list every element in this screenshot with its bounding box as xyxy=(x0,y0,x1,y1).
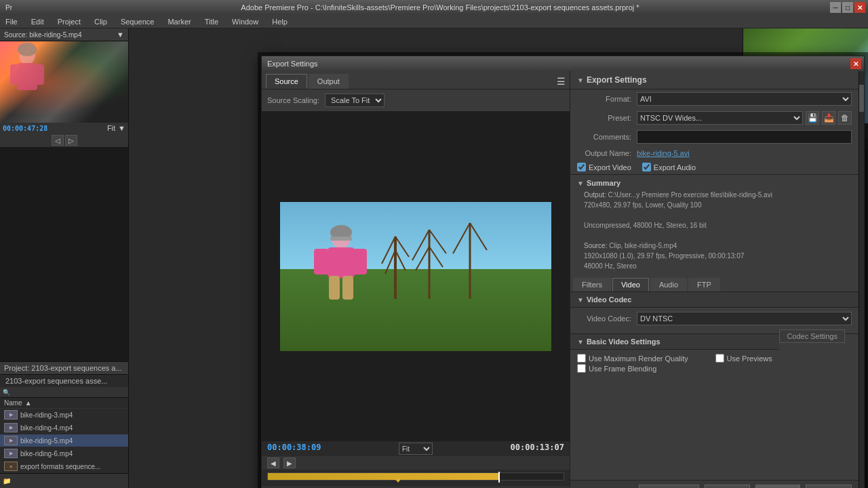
file-name-bike4: bike-riding-4.mp4 xyxy=(20,424,73,432)
modal-close-button[interactable]: ✕ xyxy=(850,58,861,69)
menu-project[interactable]: Project xyxy=(55,18,83,26)
menu-window[interactable]: Window xyxy=(229,18,261,26)
comments-input[interactable] xyxy=(637,130,852,144)
tab-source-label: Source xyxy=(275,77,298,85)
save-preset-button[interactable]: 💾 xyxy=(806,111,819,125)
frame-blend-checkbox[interactable] xyxy=(577,364,586,373)
menu-title[interactable]: Title xyxy=(202,18,221,26)
codec-settings-button[interactable]: Codec Settings xyxy=(779,329,845,343)
queue-button[interactable]: Queue xyxy=(705,485,750,488)
new-bin-icon: 📁 xyxy=(3,477,11,485)
source-scaling-select[interactable]: Scale To Fit xyxy=(325,94,384,107)
codec-row: Video Codec: DV NTSC xyxy=(570,308,859,329)
tab-filters-label: Filters xyxy=(582,281,602,289)
source-video-person xyxy=(7,41,61,123)
svg-rect-20 xyxy=(314,249,329,274)
svg-rect-24 xyxy=(329,276,340,300)
timeline-in-marker xyxy=(498,472,500,483)
max-render-checkbox[interactable] xyxy=(577,354,586,363)
settings-scroll-area[interactable]: ▼ Export Settings Format: AVI xyxy=(570,71,859,480)
file-name-seq: export formats sequence... xyxy=(20,463,100,470)
format-row: Format: AVI xyxy=(570,89,859,108)
file-item-bike3[interactable]: ▶ bike-riding-3.mp4 xyxy=(0,409,128,422)
name-column-header: Name ▲ xyxy=(0,398,128,409)
tab-video[interactable]: Video xyxy=(612,278,649,291)
summary-collapse-arrow: ▼ xyxy=(577,180,584,187)
use-previews-checkbox[interactable] xyxy=(715,354,724,363)
tab-audio-label: Audio xyxy=(659,281,678,289)
source-fit-bar: 00:00:47:28 Fit ▼ xyxy=(0,123,128,134)
file-item-bike4[interactable]: ▶ bike-riding-4.mp4 xyxy=(0,422,128,434)
basic-video-collapse-arrow: ▼ xyxy=(577,338,584,346)
center-area: 00:00:33:29 ▶ 00:00:40:00 InfiniteSkills… xyxy=(129,28,868,488)
menu-help[interactable]: Help xyxy=(269,18,290,26)
close-button[interactable]: ✕ xyxy=(854,2,865,13)
app-logo: Pr xyxy=(5,4,12,12)
summary-output-block: Output: C:\User...y Premiere Pro exercis… xyxy=(577,190,852,271)
preset-select[interactable]: NTSC DV Wides... xyxy=(637,111,803,125)
prev-frame-button[interactable]: ◀ xyxy=(267,458,279,468)
source-output-tabs: Source Output ☰ xyxy=(262,71,570,89)
summary-output-value: C:\User...y Premiere Pro exercise files\… xyxy=(608,191,772,199)
menu-sequence[interactable]: Sequence xyxy=(118,18,157,26)
scrollbar-thumb[interactable] xyxy=(859,85,864,112)
svg-rect-3 xyxy=(36,64,44,85)
settings-scrollbar[interactable] xyxy=(859,71,864,488)
use-previews-item: Use Previews xyxy=(715,354,852,363)
export-settings-title: Export Settings xyxy=(587,75,647,85)
window-controls: ─ □ ✕ xyxy=(830,2,865,13)
minimize-button[interactable]: ─ xyxy=(830,2,841,13)
file-item-bike6[interactable]: ▶ bike-riding-6.mp4 xyxy=(0,447,128,460)
menu-marker[interactable]: Marker xyxy=(165,18,193,26)
import-preset-button[interactable]: 📥 xyxy=(822,111,835,125)
source-preview-area: 00:00:47:28 Fit ▼ ◁ ▷ xyxy=(0,41,128,361)
export-button[interactable]: Export xyxy=(755,485,800,488)
metadata-button[interactable]: Metadata... xyxy=(639,485,699,488)
svg-rect-25 xyxy=(342,276,353,300)
svg-line-11 xyxy=(412,230,429,260)
cancel-button[interactable]: Cancel xyxy=(806,485,852,488)
tab-ftp[interactable]: FTP xyxy=(688,278,720,291)
play-button[interactable]: ▶ xyxy=(283,458,296,468)
project-panel-header: Project: 2103-export sequences a... xyxy=(0,362,128,375)
file-item-seq[interactable]: ≡ export formats sequence... xyxy=(0,460,128,473)
tab-options-button[interactable]: ☰ xyxy=(557,76,566,87)
menu-clip[interactable]: Clip xyxy=(92,18,110,26)
svg-rect-2 xyxy=(10,64,18,85)
right-settings-wrapper: ▼ Export Settings Format: AVI xyxy=(570,71,859,488)
source-scaling-row: Source Scaling: Scale To Fit xyxy=(262,89,570,111)
output-name-value[interactable]: bike-riding-5.avi xyxy=(637,149,690,157)
tab-output[interactable]: Output xyxy=(309,74,349,89)
source-monitor-label: Source: bike-riding-5.mp4 xyxy=(4,31,82,39)
file-list: ▶ bike-riding-3.mp4 ▶ bike-riding-4.mp4 … xyxy=(0,409,128,473)
summary-source-label: Source: xyxy=(584,242,607,249)
comments-row: Comments: xyxy=(570,127,859,146)
tab-audio[interactable]: Audio xyxy=(650,278,687,291)
file-name-bike3: bike-riding-3.mp4 xyxy=(20,411,73,419)
file-item-bike5[interactable]: ▶ bike-riding-5.mp4 xyxy=(0,434,128,447)
menu-edit[interactable]: Edit xyxy=(28,18,47,26)
format-select[interactable]: AVI xyxy=(637,92,852,106)
export-audio-checkbox[interactable] xyxy=(642,163,651,171)
mark-out-button[interactable]: ▷ xyxy=(65,135,77,146)
delete-preset-button[interactable]: 🗑 xyxy=(838,111,852,125)
export-video-checkbox[interactable] xyxy=(577,163,586,171)
source-scaling-label: Source Scaling: xyxy=(267,96,319,104)
maximize-button[interactable]: □ xyxy=(842,2,853,13)
timeline-bar[interactable] xyxy=(267,472,564,481)
modal-overlay: Export Settings ✕ Source Output xyxy=(258,52,868,488)
codec-select[interactable]: DV NTSC xyxy=(637,312,852,325)
tab-filters[interactable]: Filters xyxy=(573,278,611,291)
mark-in-button[interactable]: ◁ xyxy=(52,135,64,146)
left-bottom-toolbar: 📁 xyxy=(0,473,128,488)
fit-select[interactable]: Fit xyxy=(399,443,433,455)
basic-video-checkboxes: Use Maximum Render Quality Use Previews … xyxy=(570,350,859,377)
video-codec-section-header: ▼ Video Codec xyxy=(570,292,859,308)
project-name: 2103-export sequences asse... xyxy=(0,375,128,388)
fit-label: Fit xyxy=(107,124,115,132)
basic-video-header: ▼ Basic Video Settings xyxy=(570,334,779,350)
tab-source[interactable]: Source xyxy=(266,74,307,89)
title-bar: Pr Adobe Premiere Pro - C:\InfiniteSkill… xyxy=(0,0,868,15)
window-title: Adobe Premiere Pro - C:\InfiniteSkills-a… xyxy=(18,3,863,12)
menu-file[interactable]: File xyxy=(3,18,20,26)
